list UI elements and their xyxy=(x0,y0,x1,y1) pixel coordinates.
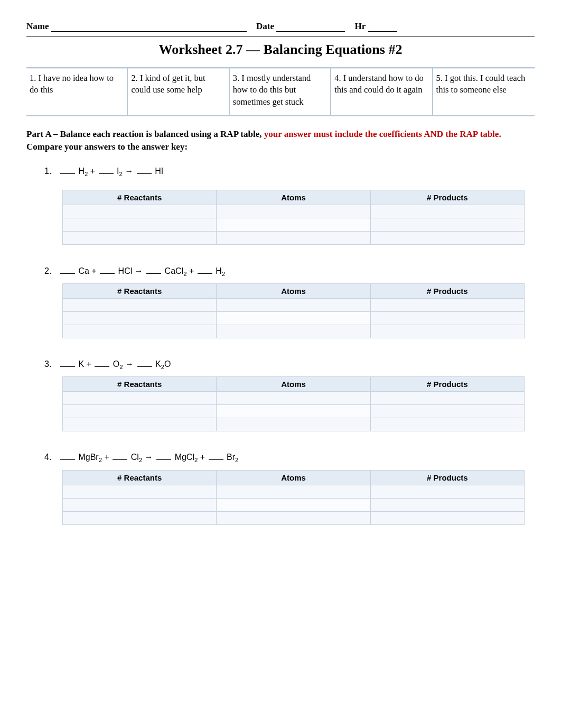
rap-cell[interactable] xyxy=(63,392,217,405)
coefficient-blank[interactable] xyxy=(209,451,223,460)
coefficient-blank[interactable] xyxy=(95,358,109,367)
name-blank[interactable] xyxy=(51,21,247,32)
rap-cell[interactable] xyxy=(370,311,524,325)
rap-cell[interactable] xyxy=(63,311,217,325)
rap-table: # Reactants Atoms # Products xyxy=(62,190,525,245)
coefficient-blank[interactable] xyxy=(137,358,152,367)
rap-cell[interactable] xyxy=(217,511,370,524)
rap-cell[interactable] xyxy=(370,498,524,511)
equation-block: 3. K + O2 → K2O # Reactants Atoms # Prod… xyxy=(44,358,535,431)
equation-block: 1. H2 + I2 → HI # Reactants Atoms # Prod… xyxy=(44,165,535,245)
equation-number: 4. xyxy=(44,453,59,462)
coefficient-blank[interactable] xyxy=(156,451,171,460)
rubric-cell-3: 3. I mostly understand how to do this bu… xyxy=(230,68,331,115)
rap-cell[interactable] xyxy=(217,498,370,511)
rap-cell[interactable] xyxy=(370,298,524,311)
rap-cell[interactable] xyxy=(63,418,217,431)
rap-header-reactants: # Reactants xyxy=(63,190,217,205)
rap-cell[interactable] xyxy=(217,392,370,405)
rap-cell[interactable] xyxy=(370,511,524,524)
rap-cell[interactable] xyxy=(63,325,217,338)
rap-table: # Reactants Atoms # Products xyxy=(62,283,525,338)
rap-cell[interactable] xyxy=(217,205,370,218)
rap-header-products: # Products xyxy=(370,190,524,205)
rap-table: # Reactants Atoms # Products xyxy=(62,376,525,431)
rap-header-reactants: # Reactants xyxy=(63,470,217,485)
rap-header-reactants: # Reactants xyxy=(63,283,217,298)
date-label: Date xyxy=(256,21,274,32)
date-blank[interactable] xyxy=(276,21,345,32)
rap-cell[interactable] xyxy=(63,298,217,311)
hr-label: Hr xyxy=(354,21,366,32)
rap-cell[interactable] xyxy=(370,392,524,405)
rap-cell[interactable] xyxy=(63,405,217,418)
rap-cell[interactable] xyxy=(63,232,217,245)
rap-header-atoms: Atoms xyxy=(217,470,370,485)
rap-cell[interactable] xyxy=(217,218,370,232)
rap-cell[interactable] xyxy=(370,418,524,431)
rap-cell[interactable] xyxy=(217,311,370,325)
part-a-red: your answer must include the coefficient… xyxy=(264,129,501,139)
rap-cell[interactable] xyxy=(217,298,370,311)
part-a-lead: Part A – xyxy=(26,129,60,139)
rubric-cell-1: 1. I have no idea how to do this xyxy=(26,68,128,115)
coefficient-blank[interactable] xyxy=(198,265,212,273)
worksheet-title: Worksheet 2.7 — Balancing Equations #2 xyxy=(26,42,535,58)
coefficient-blank[interactable] xyxy=(137,165,152,174)
self-rating-rubric: 1. I have no idea how to do this 2. I ki… xyxy=(26,67,535,116)
coefficient-blank[interactable] xyxy=(60,165,75,174)
rap-cell[interactable] xyxy=(370,232,524,245)
equation-line: 4. MgBr2 + Cl2 → MgCl2 + Br2 xyxy=(44,451,535,463)
rap-header-products: # Products xyxy=(370,377,524,392)
coefficient-blank[interactable] xyxy=(60,358,75,367)
part-a-instructions: Part A – Balance each reaction is balanc… xyxy=(26,128,535,154)
rubric-cell-4: 4. I understand how to do this and could… xyxy=(331,68,433,115)
equation-line: 3. K + O2 → K2O xyxy=(44,358,535,370)
equation-number: 3. xyxy=(44,360,59,369)
part-a-text1: Balance each reaction is balanced using … xyxy=(60,129,264,139)
rap-cell[interactable] xyxy=(63,205,217,218)
rap-table: # Reactants Atoms # Products xyxy=(62,470,525,525)
rap-cell[interactable] xyxy=(370,485,524,498)
rap-cell[interactable] xyxy=(217,418,370,431)
rap-cell[interactable] xyxy=(63,498,217,511)
rap-header-reactants: # Reactants xyxy=(63,377,217,392)
rap-header-atoms: Atoms xyxy=(217,377,370,392)
equation-block: 2. Ca + HCl → CaCl2 + H2 # Reactants Ato… xyxy=(44,265,535,338)
rubric-cell-2: 2. I kind of get it, but could use some … xyxy=(128,68,229,115)
hr-blank[interactable] xyxy=(368,21,397,32)
rap-cell[interactable] xyxy=(370,205,524,218)
rap-cell[interactable] xyxy=(217,485,370,498)
equation-number: 1. xyxy=(44,167,59,176)
name-label: Name xyxy=(26,21,49,32)
header-divider xyxy=(26,36,535,36)
rubric-cell-5: 5. I got this. I could teach this to som… xyxy=(433,68,535,115)
coefficient-blank[interactable] xyxy=(113,451,127,460)
equation-block: 4. MgBr2 + Cl2 → MgCl2 + Br2 # Reactants… xyxy=(44,451,535,524)
worksheet-header: Name Date Hr xyxy=(26,21,535,32)
rap-cell[interactable] xyxy=(63,511,217,524)
coefficient-blank[interactable] xyxy=(99,165,114,174)
rap-cell[interactable] xyxy=(370,218,524,232)
rap-cell[interactable] xyxy=(370,405,524,418)
equations-list: 1. H2 + I2 → HI # Reactants Atoms # Prod… xyxy=(26,165,535,525)
coefficient-blank[interactable] xyxy=(100,265,115,273)
rap-header-products: # Products xyxy=(370,470,524,485)
equation-line: 1. H2 + I2 → HI xyxy=(44,165,535,177)
part-a-text2: Compare your answers to the answer key: xyxy=(26,142,188,152)
equation-line: 2. Ca + HCl → CaCl2 + H2 xyxy=(44,265,535,277)
rap-cell[interactable] xyxy=(217,325,370,338)
coefficient-blank[interactable] xyxy=(60,265,75,273)
coefficient-blank[interactable] xyxy=(146,265,161,273)
rap-header-products: # Products xyxy=(370,283,524,298)
coefficient-blank[interactable] xyxy=(60,451,75,460)
rap-cell[interactable] xyxy=(370,325,524,338)
rap-cell[interactable] xyxy=(217,405,370,418)
rap-cell[interactable] xyxy=(63,218,217,232)
rap-cell[interactable] xyxy=(63,485,217,498)
rap-cell[interactable] xyxy=(217,232,370,245)
rap-header-atoms: Atoms xyxy=(217,190,370,205)
equation-number: 2. xyxy=(44,266,59,276)
rap-header-atoms: Atoms xyxy=(217,283,370,298)
